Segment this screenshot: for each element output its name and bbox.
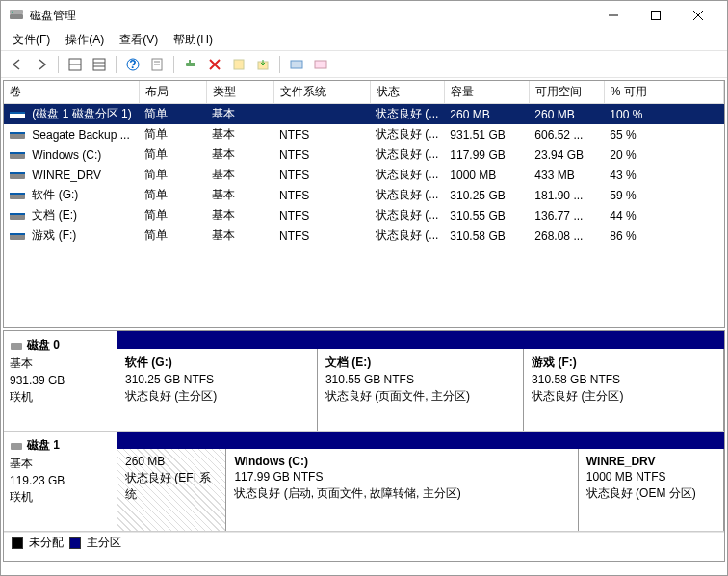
action2-button[interactable] (252, 54, 273, 75)
refresh-button[interactable] (180, 54, 201, 75)
separator (173, 56, 174, 73)
minimize-button[interactable] (592, 2, 635, 29)
menu-view[interactable]: 查看(V) (112, 30, 166, 50)
svg-rect-9 (93, 59, 105, 70)
partition[interactable]: 软件 (G:)310.25 GB NTFS状态良好 (主分区) (117, 349, 318, 431)
legend: 未分配 主分区 (4, 532, 724, 553)
view-list-button[interactable] (89, 54, 110, 75)
close-button[interactable] (677, 2, 719, 29)
titlebar: 磁盘管理 (1, 1, 727, 30)
window-title: 磁盘管理 (30, 8, 592, 24)
svg-rect-23 (291, 61, 302, 68)
svg-rect-0 (10, 14, 23, 19)
maximize-button[interactable] (635, 2, 677, 29)
table-row[interactable]: WINRE_DRV简单基本NTFS状态良好 (...1000 MB433 MB4… (4, 165, 724, 185)
menu-help[interactable]: 帮助(H) (166, 30, 221, 50)
col-volume[interactable]: 卷 (4, 81, 139, 104)
table-row[interactable]: (磁盘 1 磁盘分区 1)简单基本状态良好 (...260 MB260 MB10… (4, 104, 724, 125)
svg-rect-21 (234, 60, 244, 69)
svg-rect-36 (10, 213, 25, 215)
svg-rect-24 (315, 61, 326, 68)
svg-point-2 (12, 12, 13, 13)
separator (116, 56, 117, 73)
volume-table[interactable]: 卷 布局 类型 文件系统 状态 容量 可用空间 % 可用 (磁盘 1 磁盘分区 … (4, 81, 724, 246)
svg-rect-30 (10, 152, 25, 154)
svg-rect-39 (11, 343, 22, 350)
menubar: 文件(F) 操作(A) 查看(V) 帮助(H) (1, 30, 727, 51)
disk-graphical-pane[interactable]: 磁盘 0基本931.39 GB联机软件 (G:)310.25 GB NTFS状态… (3, 330, 725, 562)
col-status[interactable]: 状态 (370, 81, 444, 104)
menu-file[interactable]: 文件(F) (5, 30, 58, 50)
col-layout[interactable]: 布局 (139, 81, 206, 104)
disk-header[interactable]: 磁盘 0基本931.39 GB联机 (4, 331, 117, 431)
disk-row[interactable]: 磁盘 0基本931.39 GB联机软件 (G:)310.25 GB NTFS状态… (4, 331, 724, 432)
partition[interactable]: WINRE_DRV1000 MB NTFS状态良好 (OEM 分区) (579, 449, 724, 531)
back-button[interactable] (7, 54, 28, 75)
legend-swatch-primary (69, 537, 81, 549)
menu-action[interactable]: 操作(A) (58, 30, 112, 50)
disk-row[interactable]: 磁盘 1基本119.23 GB联机260 MB状态良好 (EFI 系统Windo… (4, 432, 724, 532)
legend-primary: 主分区 (87, 535, 121, 551)
table-row[interactable]: Windows (C:)简单基本NTFS状态良好 (...117.99 GB23… (4, 144, 724, 165)
help-button[interactable]: ? (122, 54, 143, 75)
view-split-button[interactable] (65, 54, 86, 75)
svg-text:?: ? (129, 58, 136, 71)
legend-unallocated: 未分配 (29, 535, 64, 551)
svg-rect-32 (10, 172, 25, 174)
col-type[interactable]: 类型 (206, 81, 273, 104)
disk-header[interactable]: 磁盘 1基本119.23 GB联机 (4, 432, 117, 531)
svg-rect-26 (10, 112, 25, 114)
col-free[interactable]: 可用空间 (529, 81, 604, 104)
table-row[interactable]: 游戏 (F:)简单基本NTFS状态良好 (...310.58 GB268.08 … (4, 225, 724, 246)
table-row[interactable]: 文档 (E:)简单基本NTFS状态良好 (...310.55 GB136.77 … (4, 205, 724, 225)
svg-rect-34 (10, 193, 25, 195)
delete-button[interactable] (204, 54, 225, 75)
settings2-button[interactable] (310, 54, 331, 75)
partition-colorbar (117, 331, 724, 349)
partition[interactable]: Windows (C:)117.99 GB NTFS状态良好 (启动, 页面文件… (226, 449, 578, 531)
toolbar: ? (1, 51, 727, 78)
svg-rect-40 (11, 443, 22, 450)
table-row[interactable]: Seagate Backup ...简单基本NTFS状态良好 (...931.5… (4, 124, 724, 144)
separator (279, 56, 280, 73)
col-cap[interactable]: 容量 (444, 81, 529, 104)
svg-rect-28 (10, 132, 25, 134)
action1-button[interactable] (228, 54, 249, 75)
disk-mgmt-icon (9, 8, 24, 23)
properties-button[interactable] (146, 54, 168, 75)
partition[interactable]: 260 MB状态良好 (EFI 系统 (117, 449, 226, 531)
col-fs[interactable]: 文件系统 (273, 81, 370, 104)
partition-colorbar (117, 432, 724, 449)
svg-rect-4 (652, 12, 661, 20)
separator (58, 56, 59, 73)
svg-rect-18 (189, 60, 191, 64)
col-pct[interactable]: % 可用 (604, 81, 723, 104)
partition[interactable]: 游戏 (F:)310.58 GB NTFS状态良好 (主分区) (524, 349, 724, 431)
settings1-button[interactable] (286, 54, 307, 75)
svg-rect-38 (10, 233, 25, 235)
forward-button[interactable] (31, 54, 52, 75)
legend-swatch-unallocated (12, 537, 23, 549)
table-row[interactable]: 软件 (G:)简单基本NTFS状态良好 (...310.25 GB181.90 … (4, 185, 724, 205)
partition[interactable]: 文档 (E:)310.55 GB NTFS状态良好 (页面文件, 主分区) (318, 349, 524, 431)
volume-list-pane[interactable]: 卷 布局 类型 文件系统 状态 容量 可用空间 % 可用 (磁盘 1 磁盘分区 … (3, 80, 725, 328)
